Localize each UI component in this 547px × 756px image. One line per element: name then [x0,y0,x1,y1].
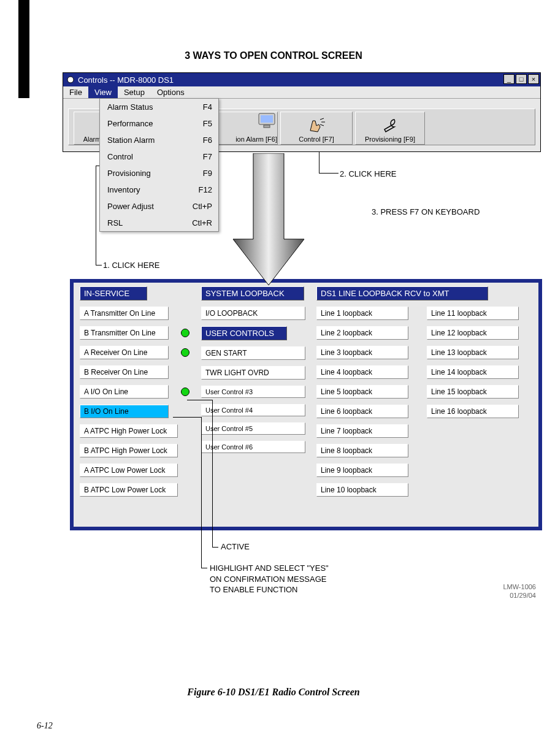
status-dot-icon [181,348,189,357]
toolbar-prov-label: Provisioning [F9] [365,136,415,143]
menu-file[interactable]: File [63,86,88,98]
leader-line [319,173,339,174]
line-2-btn[interactable]: Line 2 loopback [316,326,408,340]
line-1-btn[interactable]: Line 1 loopback [316,307,408,320]
big-arrow-icon [232,153,305,288]
in-service-panel: IN-SERVICE A Transmitter On Line B Trans… [80,286,190,525]
leader-line [212,400,213,547]
title-bar: Controls -- MDR-8000 DS1 _ □ × [63,73,540,86]
toolbar-control-button[interactable]: Control [F7] [280,112,353,145]
document-id: LMW-1006 01/29/04 [503,582,536,600]
wrench-icon [381,117,399,133]
line-3-btn[interactable]: Line 3 loopback [316,346,408,359]
toolbar-alarm-label: Alarm [83,136,101,143]
io-loopback-btn[interactable]: I/O LOOPBACK [201,307,305,320]
b-atpc-high-btn[interactable]: B ATPC High Power Lock [80,444,178,457]
menu-item-rsl[interactable]: RSLCtl+R [100,215,218,231]
line-6-btn[interactable]: Line 6 loopback [316,405,408,418]
line-16-btn[interactable]: Line 16 loopback [427,405,519,418]
menu-view[interactable]: View [88,86,118,98]
callout-highlight: HIGHLIGHT AND SELECT "YES" ON CONFIRMATI… [210,563,329,595]
view-dropdown: Alarm StatusF4 PerformanceF5 Station Ala… [99,98,219,232]
figure-caption: Figure 6-10 DS1/E1 Radio Control Screen [0,687,547,698]
a-atpc-low-btn[interactable]: A ATPC Low Power Lock [80,464,178,477]
toolbar-station-alarm-button[interactable]: ion Alarm [F6] [216,112,278,145]
toolbar-station-label: ion Alarm [F6] [235,136,277,143]
b-atpc-low-btn[interactable]: B ATPC Low Power Lock [80,483,178,497]
user-control-5-btn[interactable]: User Control #5 [201,422,305,435]
line-9-btn[interactable]: Line 9 loopback [316,464,408,477]
user-control-4-btn[interactable]: User Control #4 [201,404,305,416]
leader-line [201,568,207,568]
menu-item-power-adjust[interactable]: Power AdjustCtl+P [100,198,218,215]
line-11-btn[interactable]: Line 11 loopback [427,307,519,320]
menu-bar: File View Setup Options [63,86,540,99]
leader-line [173,417,201,418]
leader-line [96,265,102,265]
leader-line [187,400,213,400]
ds1-loopback-panel: DS1 LINE LOOPBACK RCV to XMT Line 1 loop… [316,286,532,525]
svg-rect-3 [264,125,270,128]
page-black-tab [18,0,29,98]
menu-item-control[interactable]: ControlF7 [100,148,218,165]
system-loopback-panel: SYSTEM LOOPBACK I/O LOOPBACK USER CONTRO… [201,286,305,525]
svg-line-6 [320,124,324,126]
maximize-button[interactable]: □ [516,74,527,84]
toolbar-provisioning-button[interactable]: Provisioning [F9] [355,112,425,145]
menu-item-inventory[interactable]: InventoryF12 [100,181,218,198]
line-5-btn[interactable]: Line 5 loopback [316,385,408,399]
system-loopback-title: SYSTEM LOOPBACK [201,286,304,300]
callout-3: 3. PRESS F7 ON KEYBOARD [372,207,480,216]
section-heading: 3 WAYS TO OPEN CONTROL SCREEN [0,50,547,61]
doc-id-date: 01/29/04 [510,592,536,599]
gen-start-btn[interactable]: GEN START [201,346,305,360]
user-controls-title: USER CONTROLS [201,326,287,340]
leader-line [319,152,319,173]
leader-line [212,547,218,548]
menu-item-performance[interactable]: PerformanceF5 [100,115,218,132]
monitor-icon [256,112,277,128]
callout-2: 2. CLICK HERE [340,169,396,178]
in-service-title: IN-SERVICE [80,286,147,300]
menu-item-alarm-status[interactable]: Alarm StatusF4 [100,99,218,115]
line-15-btn[interactable]: Line 15 loopback [427,385,519,399]
hand-click-icon [307,117,326,133]
svg-line-4 [320,118,324,120]
callout-active: ACTIVE [221,542,250,551]
menu-item-provisioning[interactable]: ProvisioningF9 [100,165,218,181]
status-dot-icon [181,329,189,337]
control-panel-window: IN-SERVICE A Transmitter On Line B Trans… [70,279,542,530]
toolbar-control-label: Control [F7] [299,136,334,143]
b-io-btn[interactable]: B I/O On Line [80,405,169,418]
a-atpc-high-btn[interactable]: A ATPC High Power Lock [80,424,178,438]
minimize-button[interactable]: _ [503,74,514,84]
leader-line [201,417,202,568]
doc-id-code: LMW-1006 [503,583,536,590]
window-title: Controls -- MDR-8000 DS1 [78,75,174,85]
status-dot-icon [181,388,189,396]
svg-rect-2 [261,115,273,123]
line-7-btn[interactable]: Line 7 loopback [316,424,408,438]
line-10-btn[interactable]: Line 10 loopback [316,483,408,497]
line-8-btn[interactable]: Line 8 loopback [316,444,408,457]
ds1-loopback-title: DS1 LINE LOOPBACK RCV to XMT [316,286,488,300]
close-button[interactable]: × [528,74,539,84]
line-13-btn[interactable]: Line 13 loopback [427,346,519,359]
menu-setup[interactable]: Setup [118,86,151,98]
line-4-btn[interactable]: Line 4 loopback [316,365,408,379]
b-transmitter-btn[interactable]: B Transmitter On Line [80,326,169,340]
line-14-btn[interactable]: Line 14 loopback [427,365,519,379]
svg-point-0 [67,77,74,83]
a-receiver-btn[interactable]: A Receiver On Line [80,346,169,359]
menu-options[interactable]: Options [151,86,191,98]
user-control-6-btn[interactable]: User Control #6 [201,441,305,453]
a-io-btn[interactable]: A I/O On Line [80,385,169,399]
app-icon [66,75,75,84]
menu-item-station-alarm[interactable]: Station AlarmF6 [100,132,218,148]
a-transmitter-btn[interactable]: A Transmitter On Line [80,307,169,320]
b-receiver-btn[interactable]: B Receiver On Line [80,365,169,379]
user-control-3-btn[interactable]: User Control #3 [201,386,305,398]
twr-light-ovrd-btn[interactable]: TWR LIGHT OVRD [201,366,305,380]
line-12-btn[interactable]: Line 12 loopback [427,326,519,340]
leader-line [96,166,96,265]
